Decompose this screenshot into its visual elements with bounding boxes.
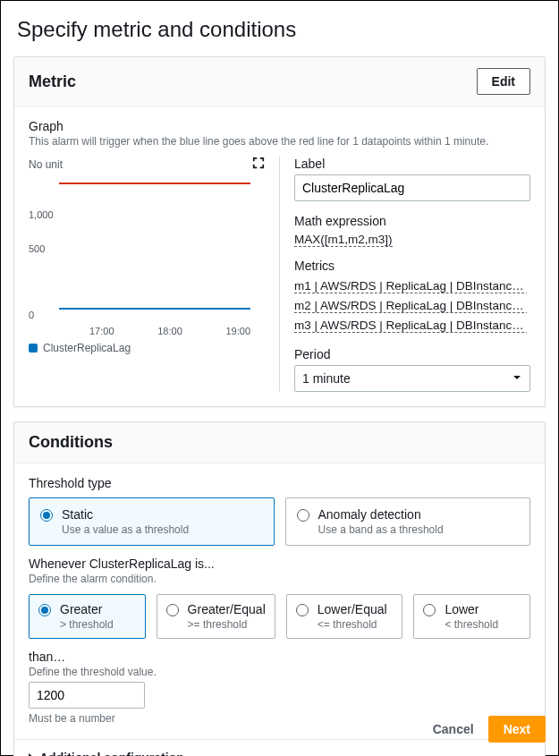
x-tick: 19:00 (225, 326, 250, 336)
x-tick: 18:00 (157, 326, 182, 336)
radio-icon (166, 604, 179, 616)
metric-details-column: Label Math expression MAX([m1,m2,m3]) Me… (279, 157, 530, 392)
app-frame: Specify metric and conditions Metric Edi… (0, 0, 559, 756)
page-title: Specify metric and conditions (17, 17, 546, 42)
edit-button[interactable]: Edit (477, 68, 530, 95)
metric-link-m2[interactable]: m2 | AWS/RDS | ReplicaLag | DBInstanceId… (294, 299, 527, 313)
chart-column: No unit 500 1,000 0 (29, 157, 279, 392)
math-expression-label: Math expression (294, 214, 530, 228)
chart-area: 500 1,000 0 17:00 18:00 19:00 (59, 177, 265, 320)
radio-icon (38, 604, 51, 616)
whenever-desc: Define the alarm condition. (29, 573, 530, 585)
graph-section-label: Graph (29, 119, 530, 133)
operator-lower-title: Lower (445, 602, 498, 616)
legend-color-box (29, 344, 38, 353)
operator-gte-sub: >= threshold (188, 618, 266, 631)
threshold-type-anomaly-sub: Use a band as a threshold (318, 523, 444, 536)
chart-unit-label: No unit (29, 158, 63, 171)
operator-greater-sub: > threshold (60, 618, 114, 631)
operator-lower[interactable]: Lower < threshold (413, 594, 530, 639)
operator-row: Greater > threshold Greater/Equal >= thr… (29, 594, 530, 639)
period-value: 1 minute (302, 371, 351, 386)
caret-down-icon (512, 371, 522, 386)
metric-line (59, 308, 250, 310)
expand-chart-icon[interactable] (252, 157, 265, 172)
cancel-button[interactable]: Cancel (428, 721, 479, 737)
additional-configuration-label: Additional configuration (39, 751, 184, 756)
radio-icon (40, 509, 53, 522)
operator-greater-title: Greater (60, 602, 114, 616)
chart-header-row: No unit (29, 157, 265, 172)
x-tick: 17:00 (89, 326, 114, 336)
legend-label: ClusterReplicaLag (43, 342, 131, 354)
conditions-panel-body: Threshold type Static Use a value as a t… (14, 463, 545, 756)
period-select[interactable]: 1 minute (294, 365, 530, 392)
threshold-type-anomaly[interactable]: Anomaly detection Use a band as a thresh… (285, 497, 531, 546)
radio-icon (423, 604, 436, 616)
threshold-value-input[interactable] (29, 682, 145, 709)
radio-icon (296, 604, 309, 616)
label-input[interactable] (294, 174, 530, 201)
operator-lte-sub: <= threshold (318, 618, 387, 631)
threshold-type-row: Static Use a value as a threshold Anomal… (29, 497, 530, 546)
next-button[interactable]: Next (488, 716, 546, 743)
threshold-type-label: Threshold type (29, 476, 530, 490)
footer-actions: Cancel Next (428, 716, 546, 743)
math-expression-link[interactable]: MAX([m1,m2,m3]) (294, 233, 393, 247)
whenever-label: Whenever ClusterReplicaLag is... (29, 556, 530, 571)
threshold-type-anomaly-title: Anomaly detection (318, 507, 444, 522)
operator-lower-sub: < threshold (445, 618, 498, 631)
operator-gte[interactable]: Greater/Equal >= threshold (157, 594, 275, 639)
additional-configuration-toggle[interactable]: Additional configuration (29, 751, 530, 756)
than-desc: Define the threshold value. (29, 666, 530, 678)
metric-panel-body: Graph This alarm will trigger when the b… (14, 106, 545, 406)
conditions-panel-title: Conditions (29, 433, 113, 452)
metric-panel: Metric Edit Graph This alarm will trigge… (13, 56, 546, 407)
operator-lte[interactable]: Lower/Equal <= threshold (286, 594, 403, 639)
metric-panel-header: Metric Edit (14, 57, 545, 106)
y-tick-0: 0 (29, 310, 34, 320)
radio-icon (297, 509, 309, 522)
threshold-type-static-title: Static (62, 507, 189, 522)
conditions-panel: Conditions Threshold type Static Use a v… (13, 421, 546, 756)
metric-link-m1[interactable]: m1 | AWS/RDS | ReplicaLag | DBInstanceId… (294, 279, 527, 293)
than-label: than… (29, 650, 530, 664)
y-tick-1000: 1,000 (29, 209, 54, 220)
y-tick-500: 500 (29, 243, 45, 254)
operator-greater[interactable]: Greater > threshold (29, 594, 146, 639)
metrics-list-label: Metrics (294, 259, 530, 273)
operator-gte-title: Greater/Equal (188, 602, 266, 616)
graph-section-desc: This alarm will trigger when the blue li… (29, 135, 530, 148)
operator-lte-title: Lower/Equal (318, 602, 387, 616)
label-field-label: Label (294, 157, 530, 171)
metric-panel-title: Metric (29, 72, 76, 91)
chart-legend: ClusterReplicaLag (29, 342, 265, 354)
x-axis: 17:00 18:00 19:00 (59, 326, 250, 336)
metric-link-m3[interactable]: m3 | AWS/RDS | ReplicaLag | DBInstanceId… (294, 319, 527, 333)
threshold-type-static[interactable]: Static Use a value as a threshold (29, 497, 275, 546)
conditions-panel-header: Conditions (14, 422, 545, 463)
threshold-line (59, 183, 250, 184)
threshold-type-static-sub: Use a value as a threshold (62, 523, 189, 536)
metric-two-col: No unit 500 1,000 0 (29, 157, 530, 392)
period-label: Period (294, 347, 530, 361)
